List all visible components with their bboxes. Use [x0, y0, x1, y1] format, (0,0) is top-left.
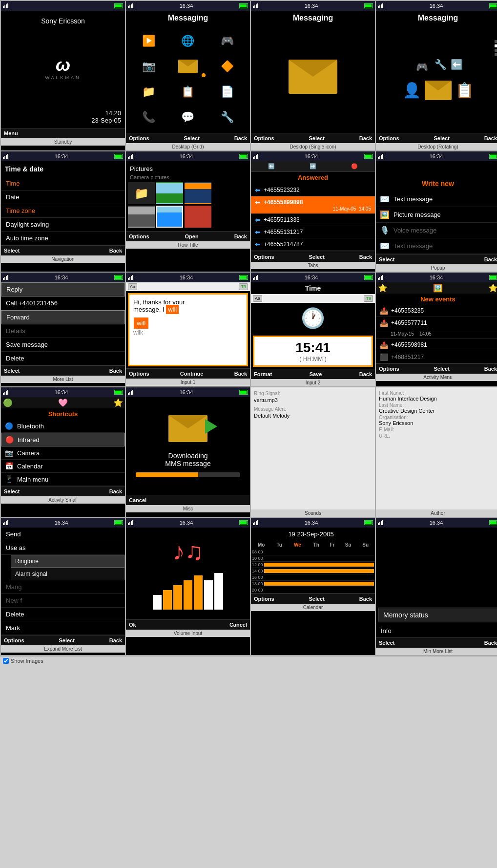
call-item-1[interactable]: ⬅+4655523232: [251, 184, 375, 196]
grid-icon-pages[interactable]: 📄: [208, 80, 246, 104]
options-btn[interactable]: Options: [129, 135, 149, 141]
call-item-5[interactable]: ⬅+46555214787: [251, 238, 375, 251]
grid-icon-envelope[interactable]: [169, 55, 207, 78]
ok-btn[interactable]: Ok: [129, 622, 136, 628]
activity-item-1[interactable]: 📤 +465553235: [376, 305, 497, 317]
pic-water[interactable]: [156, 206, 183, 228]
expand-newf[interactable]: New f: [1, 594, 125, 608]
select-btn[interactable]: Select: [309, 135, 324, 141]
back-btn[interactable]: Back: [109, 488, 122, 494]
open-btn[interactable]: Open: [185, 233, 199, 239]
pic-folder[interactable]: 📁: [128, 182, 155, 204]
pic-sunset[interactable]: [185, 182, 211, 204]
memory-status-item[interactable]: Memory status: [378, 608, 497, 622]
cancel-btn[interactable]: Cancel: [229, 622, 247, 628]
popup-voice-msg[interactable]: 🎙️ Voice message: [376, 223, 497, 238]
back-btn[interactable]: Back: [234, 135, 247, 141]
grid-icon-settings[interactable]: 🔧: [208, 106, 246, 129]
tab-dialed[interactable]: ⬅️: [251, 161, 292, 171]
call-item-3[interactable]: ⬅+4655511333: [251, 214, 375, 226]
options-btn[interactable]: Options: [4, 637, 24, 643]
expand-delete[interactable]: Delete: [1, 608, 125, 621]
shortcut-bluetooth[interactable]: 🔵 Bluetooth: [1, 420, 125, 433]
expand-alarm[interactable]: Alarm signal: [11, 568, 125, 580]
shortcut-infrared[interactable]: 🔴 Infrared: [1, 433, 125, 446]
activity-item-4[interactable]: ⬛ +468851217: [376, 351, 497, 363]
select-btn[interactable]: Select: [4, 488, 20, 494]
back-btn[interactable]: Back: [359, 135, 372, 141]
tab-missed[interactable]: 🔴: [333, 161, 375, 171]
select-btn[interactable]: Select: [379, 640, 394, 646]
back-btn[interactable]: Back: [484, 256, 497, 262]
shortcut-camera[interactable]: 📷 Camera: [1, 446, 125, 460]
options-btn[interactable]: Options: [254, 596, 274, 602]
select-btn[interactable]: Select: [4, 248, 20, 254]
more-delete[interactable]: Delete: [1, 352, 125, 365]
grid-icon-game[interactable]: 🎮: [208, 29, 246, 53]
back-btn[interactable]: Back: [234, 371, 247, 377]
options-btn[interactable]: Options: [379, 366, 399, 372]
expand-mang[interactable]: Mang: [1, 580, 125, 594]
save-btn[interactable]: Save: [310, 371, 322, 377]
select-btn[interactable]: Select: [434, 135, 449, 141]
pic-car[interactable]: [185, 206, 211, 228]
grid-icon-phone[interactable]: 📞: [130, 106, 167, 129]
list-item-autotz[interactable]: Auto time zone: [1, 232, 125, 245]
input1-area[interactable]: Hi, thanks for yourmessage. I will will …: [128, 293, 248, 366]
shortcut-mainmenu[interactable]: 📱 Main menu: [1, 473, 125, 486]
select-btn[interactable]: Select: [434, 366, 449, 372]
info-item[interactable]: Info: [376, 624, 497, 637]
expand-mark[interactable]: Mark: [1, 621, 125, 635]
options-btn[interactable]: Options: [129, 233, 149, 239]
grid-icon-play[interactable]: ▶️: [130, 29, 167, 53]
list-item-time[interactable]: Time: [1, 177, 125, 191]
expand-use-as[interactable]: Use as: [1, 541, 125, 555]
options-btn[interactable]: Options: [379, 135, 399, 141]
select-btn[interactable]: Select: [309, 254, 324, 260]
list-item-timezone[interactable]: Time zone: [1, 204, 125, 218]
back-btn[interactable]: Back: [359, 371, 372, 377]
suggestion-will[interactable]: will: [133, 317, 149, 329]
expand-ringtone[interactable]: Ringtone: [11, 555, 125, 568]
options-btn[interactable]: Options: [254, 135, 274, 141]
expand-send[interactable]: Send: [1, 528, 125, 541]
grid-icon-camera[interactable]: 📷: [130, 55, 167, 78]
continue-btn[interactable]: Continue: [180, 371, 204, 377]
back-btn[interactable]: Back: [109, 637, 122, 643]
call-item-4[interactable]: ⬅+46555131217: [251, 226, 375, 238]
select-btn[interactable]: Select: [379, 256, 394, 262]
list-item-daylight[interactable]: Daylight saving: [1, 218, 125, 232]
cancel-btn[interactable]: Cancel: [129, 497, 146, 503]
input2-inner[interactable]: 15:41 ( HH:MM ): [253, 336, 373, 367]
more-call[interactable]: Call +4401231456: [1, 296, 125, 310]
popup-text-msg[interactable]: ✉️ Text message: [376, 191, 497, 207]
pic-landscape[interactable]: [156, 182, 183, 204]
back-btn[interactable]: Back: [109, 368, 122, 374]
format-btn[interactable]: Format: [254, 371, 272, 377]
popup-text-msg2[interactable]: ✉️ Text message: [376, 238, 497, 254]
more-reply[interactable]: Reply: [1, 282, 125, 296]
options-btn[interactable]: Options: [254, 254, 274, 260]
pic-road[interactable]: [128, 206, 155, 228]
grid-icon-list[interactable]: 📋: [169, 80, 207, 104]
back-btn[interactable]: Back: [359, 596, 372, 602]
back-btn[interactable]: Back: [359, 254, 372, 260]
menu-label[interactable]: Menu: [4, 130, 18, 136]
activity-item-2[interactable]: 📤 +4655577711: [376, 317, 497, 329]
options-btn[interactable]: Options: [129, 371, 149, 377]
select-btn[interactable]: Select: [4, 368, 20, 374]
select-btn[interactable]: Select: [59, 637, 74, 643]
show-images-checkbox[interactable]: [3, 658, 9, 664]
more-forward[interactable]: Forward: [1, 310, 125, 324]
more-save[interactable]: Save message: [1, 338, 125, 352]
suggestion-wilk[interactable]: wilk: [133, 329, 243, 336]
grid-icon-chat[interactable]: 💬: [169, 106, 207, 129]
back-btn[interactable]: Back: [484, 640, 497, 646]
shortcut-calendar[interactable]: 📅 Calendar: [1, 460, 125, 473]
popup-pic-msg[interactable]: 🖼️ Picture message: [376, 207, 497, 223]
call-item-2[interactable]: ⬅+46555899898 11-May-05 14:05: [251, 196, 375, 214]
activity-item-3[interactable]: 📤 +4655598981: [376, 339, 497, 351]
back-btn[interactable]: Back: [234, 233, 247, 239]
back-btn[interactable]: Back: [109, 248, 122, 254]
back-btn[interactable]: Back: [484, 135, 497, 141]
